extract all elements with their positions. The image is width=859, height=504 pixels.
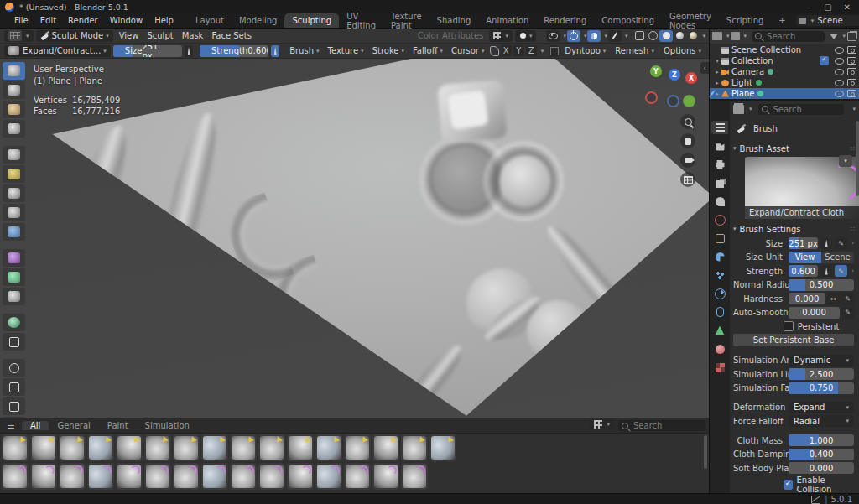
size-unit-option[interactable]: Scene bbox=[821, 252, 854, 263]
workspace-tab[interactable]: Scripting bbox=[719, 13, 771, 28]
brush-thumbnail[interactable] bbox=[401, 463, 428, 490]
menu-item[interactable]: Render bbox=[62, 16, 104, 25]
sculpt-tool-button[interactable] bbox=[3, 314, 25, 331]
cloth-damping-slider[interactable]: 0.400 bbox=[789, 449, 854, 460]
shelf-tab[interactable]: Simulation bbox=[137, 421, 198, 430]
brush-thumbnail[interactable] bbox=[144, 463, 171, 490]
size-unit-option[interactable]: View bbox=[789, 252, 821, 263]
mirror-axis-toggle[interactable]: X bbox=[501, 45, 512, 56]
gizmo-axis-y[interactable]: Y bbox=[650, 65, 662, 77]
deformation-dropdown[interactable]: Expand▾ bbox=[789, 402, 854, 413]
workspace-tab[interactable]: Sculpting bbox=[284, 13, 339, 28]
editor-type-button[interactable]: ▾ bbox=[4, 30, 34, 42]
vertex-color-display-dropdown[interactable]: ▾ bbox=[489, 30, 513, 42]
disable-in-render-icon[interactable] bbox=[847, 90, 856, 97]
brush-settings-section-header[interactable]: ▾Brush Settings∷ bbox=[733, 222, 856, 236]
brush-selector[interactable]: Expand/Contract...▾ bbox=[4, 45, 111, 57]
size-slider[interactable]: Size 251 px bbox=[113, 45, 182, 57]
scene-selector[interactable]: ▾ Scene ✕ bbox=[796, 15, 859, 26]
menu-item[interactable]: File bbox=[8, 16, 34, 25]
properties-tab[interactable] bbox=[711, 250, 728, 263]
brush-thumbnail[interactable] bbox=[2, 434, 29, 461]
sculpt-tool-button[interactable] bbox=[3, 417, 25, 418]
properties-tab[interactable] bbox=[711, 268, 728, 282]
hide-in-viewport-icon[interactable] bbox=[835, 58, 844, 65]
outliner-search-input[interactable] bbox=[765, 31, 810, 42]
shelf-display-mode-dropdown[interactable]: ▾ bbox=[590, 418, 614, 430]
minimize-button[interactable]: – bbox=[808, 3, 812, 12]
overlays-toggle[interactable] bbox=[587, 30, 601, 42]
brush-thumbnail[interactable] bbox=[287, 463, 314, 490]
properties-tab[interactable] bbox=[711, 361, 728, 374]
properties-tab[interactable] bbox=[711, 121, 728, 134]
shading-wireframe-button[interactable] bbox=[646, 30, 659, 42]
gizmo-axis-x[interactable]: X bbox=[685, 72, 697, 84]
sculpt-tool-button[interactable] bbox=[3, 359, 25, 377]
strength-slider[interactable]: Strength 0.600 bbox=[200, 45, 268, 57]
gizmo-axis-x-neg[interactable] bbox=[645, 91, 658, 104]
gizmo-axis-z-neg[interactable] bbox=[667, 95, 679, 107]
brush-option-menu[interactable]: Texture▾ bbox=[324, 45, 368, 57]
shelf-tab[interactable]: General bbox=[49, 421, 98, 430]
outliner-row[interactable]: Scene Collection bbox=[710, 44, 859, 55]
normal-radius-slider[interactable]: 0.500 bbox=[789, 279, 854, 291]
outliner-row[interactable]: ▸ Camera bbox=[710, 66, 859, 77]
strength-slider[interactable]: 0.600 bbox=[789, 265, 818, 277]
shelf-search[interactable] bbox=[618, 420, 705, 431]
brush-thumbnail[interactable] bbox=[173, 434, 200, 461]
shelf-search-input[interactable] bbox=[632, 420, 702, 431]
viewport-menu-item[interactable]: Sculpt bbox=[143, 30, 177, 42]
brush-option-menu[interactable]: Brush▾ bbox=[285, 45, 323, 57]
properties-tab[interactable] bbox=[711, 195, 728, 208]
menu-item[interactable]: Edit bbox=[34, 16, 62, 25]
workspace-tab[interactable]: Layout bbox=[188, 13, 232, 28]
set-persistent-base-button[interactable]: Set Persistent Base bbox=[733, 334, 854, 346]
brush-thumbnail[interactable] bbox=[87, 463, 114, 490]
auto-smooth-pen-toggle[interactable]: ✎ bbox=[841, 307, 854, 319]
collection-checkbox[interactable] bbox=[820, 56, 829, 65]
shading-rendered-button[interactable] bbox=[686, 30, 700, 42]
sculpt-tool-button[interactable] bbox=[3, 165, 25, 183]
brush-thumbnail[interactable] bbox=[59, 434, 86, 461]
brush-thumbnail[interactable] bbox=[30, 434, 57, 461]
workspace-tab[interactable]: + bbox=[771, 13, 793, 28]
toggle-perspective-button[interactable] bbox=[680, 172, 695, 187]
properties-scrollbar[interactable] bbox=[856, 121, 859, 196]
annotation-dropdown[interactable] bbox=[608, 30, 622, 42]
properties-tab[interactable] bbox=[711, 158, 728, 171]
options-menu[interactable]: Options▾ bbox=[659, 45, 705, 57]
hide-in-viewport-icon[interactable] bbox=[835, 80, 844, 86]
brush-thumbnail[interactable] bbox=[372, 434, 399, 461]
hardness-invert-toggle[interactable]: ↔ bbox=[827, 293, 840, 304]
navigation-gizmo[interactable]: Y Z X bbox=[648, 65, 697, 109]
simulation-falloff-slider[interactable]: 0.750 bbox=[789, 382, 854, 394]
hide-in-viewport-icon[interactable] bbox=[835, 91, 844, 97]
expand-caret[interactable]: ▸ bbox=[713, 80, 721, 86]
workspace-tab[interactable]: Texture Paint bbox=[383, 13, 430, 28]
shelf-scrollbar[interactable] bbox=[704, 435, 707, 469]
size-pressure-toggle[interactable] bbox=[820, 237, 832, 249]
sculpt-tool-button[interactable] bbox=[3, 223, 25, 241]
workspace-tab[interactable]: Geometry Nodes bbox=[662, 13, 719, 28]
brush-thumbnail[interactable] bbox=[230, 434, 257, 461]
properties-tab[interactable] bbox=[711, 324, 728, 337]
properties-tab[interactable] bbox=[711, 231, 728, 245]
brush-thumbnail[interactable] bbox=[315, 434, 342, 461]
properties-tab[interactable] bbox=[711, 305, 728, 319]
hide-in-viewport-icon[interactable] bbox=[835, 69, 844, 75]
sculpt-tool-button[interactable] bbox=[3, 62, 25, 80]
sculpt-tool-button[interactable] bbox=[3, 120, 25, 138]
brush-thumbnail[interactable] bbox=[59, 463, 86, 490]
workspace-tab[interactable]: Animation bbox=[478, 13, 536, 28]
expand-caret[interactable]: ▾ bbox=[713, 58, 721, 65]
shading-material-button[interactable] bbox=[673, 30, 686, 42]
sculpt-tool-button[interactable] bbox=[3, 184, 25, 202]
strength-pressure-toggle[interactable] bbox=[271, 45, 279, 57]
soft-body-plasticity-slider[interactable]: 0.000 bbox=[789, 462, 854, 474]
brush-thumbnail[interactable] bbox=[116, 463, 143, 490]
properties-options-chevron[interactable]: ▾ bbox=[852, 106, 856, 112]
disable-in-render-icon[interactable] bbox=[847, 79, 856, 86]
camera-view-button[interactable] bbox=[680, 153, 695, 168]
properties-tab[interactable] bbox=[711, 342, 728, 356]
brush-asset-dropdown[interactable]: ▾ bbox=[839, 155, 852, 167]
